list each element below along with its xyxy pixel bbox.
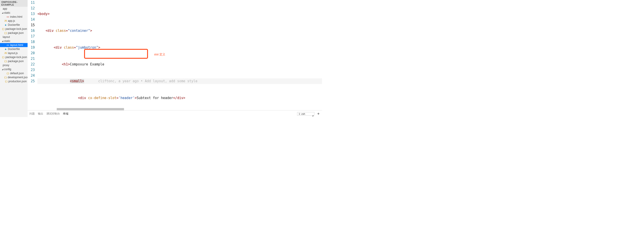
line-number: 19 bbox=[28, 45, 35, 50]
scrollbar-thumb[interactable] bbox=[57, 108, 124, 110]
file-tree-label: app bbox=[3, 7, 7, 10]
file-explorer-sidebar: OMPOXURE-EXAMPLE app◢static<>index.htmlJ… bbox=[0, 0, 28, 117]
file-tree-label: production.json bbox=[8, 80, 27, 83]
file-tree-item[interactable]: ◢config bbox=[0, 67, 28, 71]
file-tree-item[interactable]: {}package-lock.json bbox=[0, 55, 28, 59]
code-area[interactable]: <body> <div class="container"> <div clas… bbox=[38, 0, 322, 108]
code-line: <div class="container"> bbox=[38, 28, 322, 34]
file-tree-label: layout bbox=[3, 36, 10, 38]
file-tree-item[interactable]: proxy bbox=[0, 63, 28, 67]
editor-main: 111213141516171819202122232425 <body> <d… bbox=[28, 0, 322, 117]
code-line-current: <small> cliftonc, a year ago • Add layou… bbox=[38, 78, 322, 84]
bottom-panel: 问题 输出 调试控制台 终端 1: zsh ＋ bbox=[28, 110, 322, 117]
line-number: 13 bbox=[28, 11, 35, 17]
html-icon: <> bbox=[6, 44, 10, 46]
code-line: <div cx-define-slot='header'>Subtext for… bbox=[38, 95, 322, 101]
chevron-icon: ◢ bbox=[2, 40, 4, 42]
js-icon: JS bbox=[4, 52, 7, 54]
line-number: 15 bbox=[28, 22, 35, 28]
js-icon: JS bbox=[4, 20, 7, 22]
file-tree-item[interactable]: {}package.json bbox=[0, 31, 28, 35]
chevron-icon: ◢ bbox=[2, 68, 4, 70]
file-tree-item[interactable]: JSapp.js bbox=[0, 19, 28, 23]
line-number: 20 bbox=[28, 50, 35, 56]
file-tree-item[interactable]: ◢static bbox=[0, 11, 28, 15]
file-tree-label: default.json bbox=[10, 72, 24, 75]
git-blame-annotation: cliftonc, a year ago • Add layout, add s… bbox=[98, 79, 198, 83]
html-icon: <> bbox=[6, 16, 10, 18]
line-number: 18 bbox=[28, 39, 35, 45]
json-icon: {} bbox=[6, 72, 10, 75]
highlight-annotation-label: slot 定义 bbox=[154, 52, 165, 57]
json-icon: {} bbox=[2, 28, 5, 30]
file-tree-label: static bbox=[4, 40, 10, 42]
chevron-icon: ◢ bbox=[2, 12, 4, 14]
tab-problems[interactable]: 问题 bbox=[29, 112, 35, 116]
file-tree-label: development.json bbox=[8, 76, 28, 79]
file-tree-label: Dockerfile bbox=[8, 23, 20, 26]
file-tree-label: static bbox=[4, 11, 10, 14]
file-tree-label: config bbox=[4, 68, 11, 71]
file-tree-item[interactable]: {}default.json bbox=[0, 71, 28, 75]
line-number: 16 bbox=[28, 28, 35, 34]
docker-icon: ◆ bbox=[4, 23, 7, 26]
terminal-selector[interactable]: 1: zsh bbox=[297, 112, 314, 116]
file-tree-item[interactable]: ◆Dockerfile bbox=[0, 23, 28, 27]
file-tree-label: layout.js bbox=[8, 52, 18, 55]
json-icon: {} bbox=[4, 32, 7, 34]
line-number: 24 bbox=[28, 73, 35, 78]
plus-icon[interactable]: ＋ bbox=[316, 112, 320, 116]
file-tree-label: app.js bbox=[8, 19, 15, 22]
line-number: 25 bbox=[28, 78, 35, 84]
line-number: 14 bbox=[28, 17, 35, 22]
file-tree-item[interactable]: ◢static bbox=[0, 39, 28, 43]
docker-icon: ◆ bbox=[4, 48, 7, 51]
file-tree-label: Dockerfile bbox=[8, 48, 20, 51]
line-number: 12 bbox=[28, 6, 35, 11]
file-tree-label: package.json bbox=[8, 60, 24, 63]
panel-tab-bar: 问题 输出 调试控制台 终端 bbox=[29, 112, 297, 116]
file-tree: app◢static<>index.htmlJSapp.js◆Dockerfil… bbox=[0, 7, 28, 117]
json-icon: {} bbox=[4, 60, 7, 63]
tab-terminal[interactable]: 终端 bbox=[63, 112, 68, 116]
line-number-gutter: 111213141516171819202122232425 bbox=[28, 0, 38, 108]
file-tree-item[interactable]: JSlayout.js bbox=[0, 51, 28, 55]
file-tree-label: index.html bbox=[10, 15, 22, 18]
code-editor[interactable]: 111213141516171819202122232425 <body> <d… bbox=[28, 0, 322, 108]
line-number: 23 bbox=[28, 67, 35, 73]
json-icon: {} bbox=[5, 80, 8, 83]
file-tree-item[interactable]: {}production.json bbox=[0, 79, 28, 84]
file-tree-item[interactable]: <>layout.html bbox=[0, 43, 28, 47]
tab-debug-console[interactable]: 调试控制台 bbox=[46, 112, 60, 116]
file-tree-label: package-lock.json bbox=[6, 56, 27, 59]
sidebar-project-title: OMPOXURE-EXAMPLE bbox=[0, 0, 28, 7]
file-tree-item[interactable]: ◆Dockerfile bbox=[0, 47, 28, 51]
panel-right-controls: 1: zsh ＋ bbox=[297, 112, 320, 116]
line-number: 22 bbox=[28, 62, 35, 67]
line-number: 17 bbox=[28, 34, 35, 39]
json-icon: {} bbox=[2, 56, 5, 59]
line-number: 11 bbox=[28, 0, 35, 6]
file-tree-item[interactable]: {}development.json bbox=[0, 75, 28, 79]
app-root: OMPOXURE-EXAMPLE app◢static<>index.htmlJ… bbox=[0, 0, 322, 117]
file-tree-item[interactable]: {}package-lock.json bbox=[0, 27, 28, 31]
file-tree-item[interactable]: app bbox=[0, 7, 28, 11]
json-icon: {} bbox=[4, 76, 7, 79]
code-line: <h1>Compoxure Example bbox=[38, 62, 322, 67]
file-tree-label: proxy bbox=[3, 64, 9, 67]
tab-output[interactable]: 输出 bbox=[38, 112, 43, 116]
file-tree-label: package.json bbox=[8, 32, 24, 34]
file-tree-label: package-lock.json bbox=[6, 27, 27, 30]
line-number: 21 bbox=[28, 56, 35, 62]
code-line: <div class="jumbotron"> bbox=[38, 45, 322, 50]
code-line: <body> bbox=[38, 11, 322, 17]
horizontal-scrollbar[interactable] bbox=[28, 108, 322, 110]
file-tree-item[interactable]: <>index.html bbox=[0, 15, 28, 19]
file-tree-item[interactable]: layout bbox=[0, 35, 28, 39]
file-tree-item[interactable]: {}package.json bbox=[0, 59, 28, 63]
file-tree-label: layout.html bbox=[10, 44, 23, 46]
